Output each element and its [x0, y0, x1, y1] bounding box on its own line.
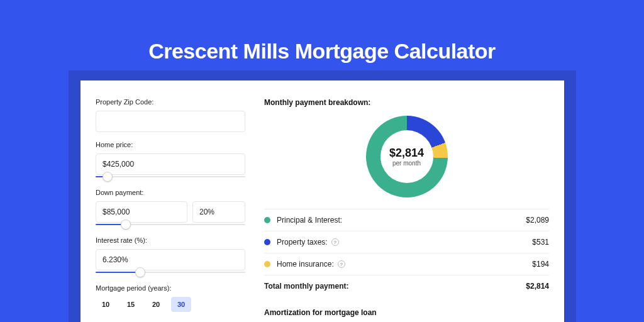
breakdown-panel: Monthly payment breakdown: $2,814 per mo…: [264, 98, 549, 322]
interest-rate-label: Interest rate (%):: [96, 236, 245, 244]
mortgage-period-field: Mortgage period (years): 10 15 20 30: [96, 284, 245, 312]
slider-thumb[interactable]: [135, 267, 145, 277]
amortization-title: Amortization for mortgage loan: [264, 308, 549, 317]
donut-value: $2,814: [389, 147, 424, 160]
period-option-20[interactable]: 20: [146, 297, 166, 312]
row-value: $2,089: [526, 216, 549, 225]
down-payment-label: Down payment:: [96, 189, 245, 196]
dot-icon: [264, 239, 270, 245]
row-value: $531: [532, 238, 549, 247]
home-price-field: Home price:: [96, 141, 245, 180]
down-payment-field: Down payment:: [96, 189, 245, 228]
mortgage-period-options: 10 15 20 30: [96, 297, 245, 312]
total-label: Total monthly payment:: [264, 282, 348, 291]
down-payment-slider[interactable]: [96, 221, 245, 228]
zip-label: Property Zip Code:: [96, 98, 245, 106]
slider-thumb[interactable]: [121, 219, 131, 230]
zip-input[interactable]: [96, 111, 245, 132]
row-principal-interest: Principal & Interest: $2,089: [264, 209, 549, 231]
donut-subtext: per month: [392, 160, 421, 167]
interest-rate-field: Interest rate (%):: [96, 236, 245, 275]
interest-rate-input[interactable]: [96, 249, 245, 270]
row-value: $194: [532, 260, 549, 269]
dot-icon: [264, 261, 270, 267]
row-home-insurance: Home insurance: ? $194: [264, 253, 549, 275]
calculator-card: Property Zip Code: Home price: Down paym…: [80, 80, 564, 322]
home-price-input[interactable]: [96, 153, 245, 175]
down-payment-amount-input[interactable]: [96, 201, 187, 223]
slider-thumb[interactable]: [103, 172, 113, 182]
down-payment-pct-input[interactable]: [192, 201, 245, 223]
row-label: Principal & Interest:: [277, 216, 342, 225]
interest-rate-slider[interactable]: [96, 269, 245, 275]
period-option-30[interactable]: 30: [171, 297, 191, 312]
row-label: Property taxes:: [277, 238, 328, 247]
home-price-slider[interactable]: [96, 174, 245, 180]
inputs-panel: Property Zip Code: Home price: Down paym…: [96, 98, 245, 322]
amortization-section: Amortization for mortgage loan Amortizat…: [264, 308, 549, 322]
row-label: Home insurance:: [277, 260, 334, 269]
donut-center: $2,814 per month: [380, 130, 433, 183]
dot-icon: [264, 217, 270, 223]
total-value: $2,814: [526, 282, 549, 291]
zip-field: Property Zip Code:: [96, 98, 245, 132]
donut-chart: $2,814 per month: [366, 116, 448, 197]
page-title: Crescent Mills Mortgage Calculator: [0, 0, 644, 64]
row-property-taxes: Property taxes: ? $531: [264, 231, 549, 253]
donut-chart-wrap: $2,814 per month: [264, 116, 549, 197]
help-icon[interactable]: ?: [338, 260, 345, 268]
row-total-payment: Total monthly payment: $2,814: [264, 275, 549, 297]
home-price-label: Home price:: [96, 141, 245, 148]
mortgage-period-label: Mortgage period (years):: [96, 284, 245, 292]
breakdown-title: Monthly payment breakdown:: [264, 98, 549, 107]
period-option-10[interactable]: 10: [96, 297, 116, 312]
page-frame: Crescent Mills Mortgage Calculator Prope…: [0, 0, 644, 322]
period-option-15[interactable]: 15: [121, 297, 141, 312]
help-icon[interactable]: ?: [331, 238, 339, 246]
